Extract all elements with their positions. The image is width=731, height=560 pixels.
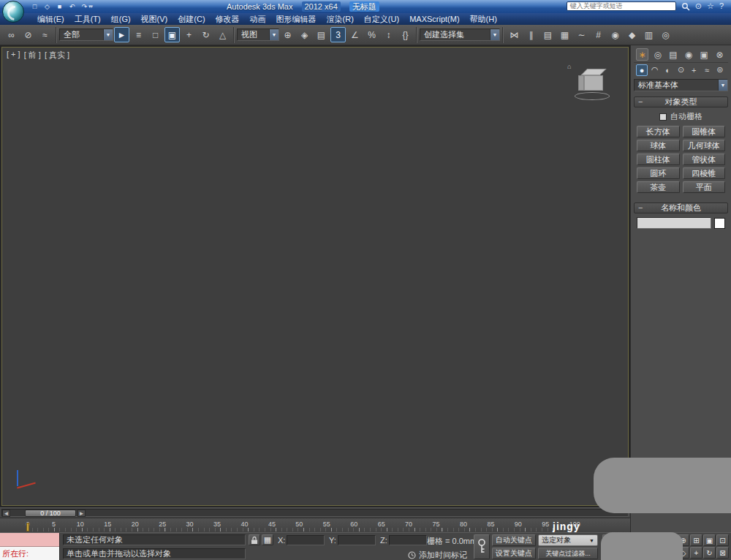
window-crossing-icon[interactable]: ▣ [164, 27, 180, 42]
select-by-name-icon[interactable]: ≡ [131, 27, 146, 42]
key-filters-button[interactable]: 关键点过滤器... [538, 548, 598, 559]
y-coordinate-field[interactable] [338, 535, 376, 545]
menu-item[interactable]: 组(G) [106, 13, 136, 25]
macro-recorder-line[interactable] [0, 533, 59, 547]
communication-center-icon[interactable]: ⊙ [695, 1, 702, 11]
object-type-button[interactable]: 圆锥体 [683, 126, 726, 137]
maximize-viewport-icon[interactable]: ⊠ [716, 547, 729, 559]
material-editor-icon[interactable]: ◉ [607, 27, 623, 42]
object-type-button[interactable]: 平面 [683, 181, 726, 193]
render-setup-icon[interactable]: ◆ [624, 27, 640, 42]
viewport-shading-label[interactable]: [ 真实 ] [45, 50, 69, 61]
chevron-down-icon[interactable]: ▼ [103, 29, 113, 40]
viewport-menu-label[interactable]: [ + ] [7, 50, 20, 61]
auto-key-button[interactable]: 自动关键点 [492, 534, 536, 546]
lights-category-icon[interactable]: ◐ [662, 64, 674, 76]
view-cube[interactable]: ⌂ [572, 68, 610, 102]
object-type-button[interactable]: 茶壶 [637, 181, 680, 193]
modify-tab-icon[interactable]: ◎ [651, 48, 664, 61]
object-type-button[interactable]: 四棱锥 [683, 167, 726, 179]
bind-to-space-warp-icon[interactable]: ≈ [37, 27, 53, 42]
select-and-rotate-icon[interactable]: ↻ [198, 27, 213, 42]
autogrid-checkbox[interactable] [659, 113, 667, 121]
object-type-button[interactable]: 几何球体 [683, 140, 726, 151]
layer-manager-icon[interactable]: ▤ [540, 27, 556, 42]
systems-category-icon[interactable]: ⊚ [714, 64, 726, 76]
shapes-category-icon[interactable]: ◠ [649, 64, 661, 76]
menu-item[interactable]: 工具(T) [69, 13, 106, 25]
maxscript-mini-listener[interactable]: 所在行: [0, 533, 60, 560]
set-key-button[interactable] [474, 534, 490, 559]
primitive-category-dropdown[interactable]: 标准基本体 ▼ [634, 79, 728, 91]
set-keys-mode-button[interactable]: 设置关键点 [492, 548, 536, 559]
menu-item[interactable]: 视图(V) [136, 13, 173, 25]
select-and-move-icon[interactable]: + [181, 27, 197, 42]
mirror-icon[interactable]: ⋈ [507, 27, 522, 42]
selection-filter-dropdown[interactable]: 全部 ▼ [59, 29, 113, 41]
spinner-snap-icon[interactable]: ↕ [381, 27, 396, 42]
schematic-view-icon[interactable]: # [591, 27, 606, 42]
snap-toggle-icon[interactable]: 3 [330, 27, 346, 42]
menu-item[interactable]: 图形编辑器 [271, 13, 322, 25]
object-name-input[interactable] [637, 217, 711, 229]
orbit-icon[interactable]: ↻ [703, 547, 716, 559]
create-tab-icon[interactable]: ∗ [636, 48, 648, 61]
curve-editor-icon[interactable]: ∼ [574, 27, 589, 42]
unlink-selection-icon[interactable]: ⊘ [20, 27, 36, 42]
next-frame-arrow-icon[interactable]: ► [77, 510, 86, 517]
angle-snap-icon[interactable]: ∠ [347, 27, 363, 42]
object-type-button[interactable]: 圆柱体 [637, 154, 680, 165]
view-cube-top-face[interactable] [581, 69, 607, 75]
percent-snap-icon[interactable]: % [364, 27, 379, 42]
search-icon[interactable] [681, 2, 690, 11]
use-pivot-point-center-icon[interactable]: ⊕ [280, 27, 295, 42]
select-and-manipulate-icon[interactable]: ◈ [297, 27, 312, 42]
z-coordinate-field[interactable] [389, 535, 427, 545]
motion-tab-icon[interactable]: ◉ [683, 48, 695, 61]
listener-line[interactable]: 所在行: [0, 547, 59, 560]
cameras-category-icon[interactable]: ⊙ [675, 64, 686, 76]
zoom-extents-all-icon[interactable]: ⊡ [716, 534, 729, 546]
menu-item[interactable]: 编辑(E) [32, 13, 69, 25]
object-type-button[interactable]: 管状体 [683, 154, 726, 165]
help-icon[interactable]: ? [719, 1, 724, 11]
time-slider-track[interactable] [1, 509, 629, 517]
chevron-down-icon[interactable]: ▼ [718, 80, 727, 91]
object-type-rollout-header[interactable]: − 对象类型 [634, 97, 728, 107]
object-type-button[interactable]: 长方体 [637, 126, 680, 137]
select-and-scale-icon[interactable]: △ [215, 27, 230, 42]
helpers-category-icon[interactable]: + [688, 64, 700, 76]
select-object-icon[interactable]: ► [114, 27, 129, 42]
undo-icon[interactable]: ↶ [67, 1, 77, 12]
add-time-tag[interactable]: 添加时间标记 [408, 550, 467, 560]
select-and-link-icon[interactable]: ∞ [4, 27, 19, 42]
reference-coordinate-dropdown[interactable]: 视图 ▼ [237, 29, 279, 41]
menu-item[interactable]: 创建(C) [173, 13, 210, 25]
time-slider-handle[interactable]: 0 / 100 [25, 510, 76, 517]
object-type-button[interactable]: 圆环 [637, 167, 680, 179]
zoom-extents-icon[interactable]: ▣ [703, 534, 716, 546]
viewport-view-label[interactable]: [ 前 ] [24, 50, 41, 61]
rectangular-selection-region-icon[interactable]: □ [148, 27, 163, 42]
edit-named-selection-sets-icon[interactable]: {} [398, 27, 413, 42]
home-icon[interactable]: ⌂ [567, 63, 571, 70]
infocenter-search-input[interactable]: 键入关键字或短语 [567, 1, 676, 11]
zoom-all-icon[interactable]: ⊞ [690, 534, 702, 546]
object-color-swatch[interactable] [714, 218, 725, 229]
save-file-icon[interactable]: ■ [54, 1, 65, 12]
menu-item[interactable]: MAXScript(M) [404, 13, 464, 25]
render-production-icon[interactable]: ◎ [658, 27, 673, 42]
menu-item[interactable]: 动画 [245, 13, 271, 25]
name-color-rollout-header[interactable]: − 名称和颜色 [634, 203, 728, 213]
chevron-down-icon[interactable]: ▼ [269, 29, 279, 40]
hierarchy-tab-icon[interactable]: ▤ [667, 48, 679, 61]
view-cube-ring[interactable] [575, 92, 610, 100]
view-cube-side-face[interactable] [578, 75, 584, 91]
menu-item[interactable]: 自定义(U) [359, 13, 404, 25]
current-frame-marker[interactable] [26, 523, 29, 531]
display-tab-icon[interactable]: ▣ [698, 48, 711, 61]
track-bar[interactable]: 0510152025303540455055606570758085909510… [0, 518, 630, 532]
align-icon[interactable]: ∥ [523, 27, 539, 42]
favorites-icon[interactable]: ☆ [707, 1, 714, 11]
absolute-offset-mode-toggle[interactable]: ▦ [262, 534, 273, 545]
